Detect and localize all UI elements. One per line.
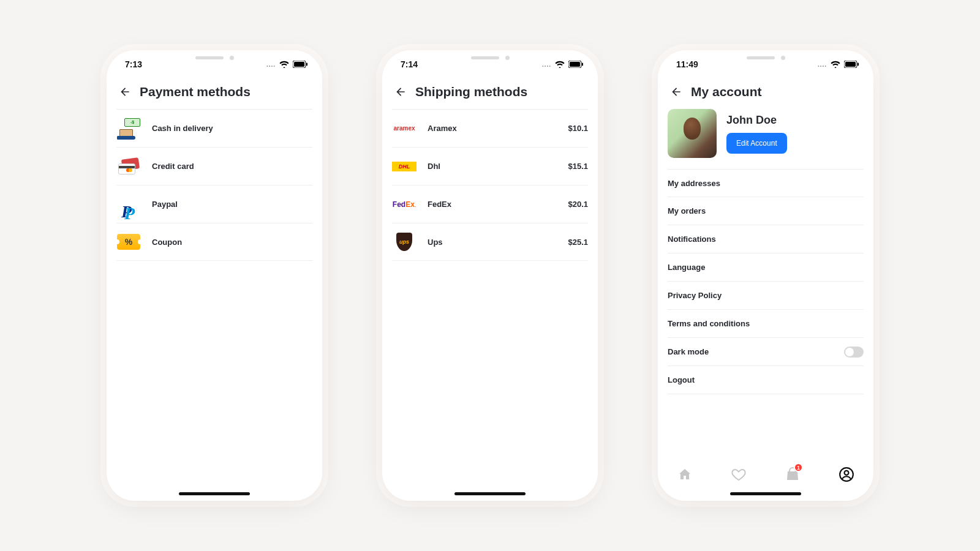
cellular-icon: .... [542, 61, 551, 68]
settings-row-logout[interactable]: Logout [668, 366, 864, 394]
dhl-logo-icon: DHL [392, 154, 417, 179]
page-header: Payment methods [107, 78, 322, 109]
battery-icon [844, 61, 859, 68]
aramex-logo-icon: aramex [392, 116, 417, 141]
profile-block: John Doe Edit Account [658, 105, 873, 169]
cash-on-delivery-icon: -$ [116, 116, 141, 141]
status-right: .... [818, 61, 859, 68]
shipping-row-ups[interactable]: ups Ups $25.1 [392, 223, 588, 261]
phone-notch [444, 50, 536, 65]
status-right: .... [266, 61, 307, 68]
settings-row-terms[interactable]: Terms and conditions [668, 310, 864, 338]
shipping-row-label: FedEx [428, 200, 557, 209]
payment-row-label: Coupon [152, 238, 312, 247]
page-title: Shipping methods [415, 84, 527, 99]
home-icon [677, 467, 692, 482]
status-time: 11:49 [676, 59, 698, 69]
fedex-logo-icon: FedEx. [392, 192, 417, 217]
account-icon [839, 467, 854, 482]
page-title: Payment methods [140, 84, 251, 99]
status-time: 7:14 [401, 59, 418, 69]
shipping-row-label: Aramex [428, 124, 557, 133]
phone-my-account: 11:49 .... My account John Doe Edit Acco… [658, 50, 873, 501]
settings-row-label: My orders [668, 206, 706, 216]
payment-row-label: Cash in delivery [152, 124, 312, 133]
battery-icon [293, 61, 307, 68]
shipping-row-price: $25.1 [568, 238, 588, 247]
nav-cart[interactable]: 1 [783, 465, 802, 484]
shipping-method-list: aramex Aramex $10.1 DHL Dhl $15.1 FedEx.… [382, 109, 598, 261]
edit-account-button[interactable]: Edit Account [726, 133, 787, 154]
page-title: My account [691, 84, 762, 99]
coupon-icon: % [116, 230, 141, 254]
cellular-icon: .... [818, 61, 827, 68]
settings-row-notifications[interactable]: Notifications [668, 225, 864, 253]
page-header: My account [658, 78, 873, 105]
svg-rect-8 [858, 63, 859, 66]
svg-rect-1 [294, 62, 304, 67]
settings-row-language[interactable]: Language [668, 253, 864, 282]
back-arrow-icon[interactable] [119, 86, 131, 98]
heart-icon [731, 467, 746, 482]
phone-payment-methods: 7:13 .... Payment methods -$ Cash in del… [107, 50, 322, 501]
wifi-icon [555, 61, 565, 68]
payment-row-label: Credit card [152, 162, 312, 171]
payment-row-paypal[interactable]: PP Paypal [116, 185, 312, 223]
paypal-icon: PP [116, 192, 141, 217]
home-indicator[interactable] [454, 492, 526, 495]
settings-row-label: Terms and conditions [668, 319, 750, 328]
svg-rect-5 [582, 63, 583, 66]
nav-account[interactable] [837, 465, 856, 484]
account-settings-list: My addresses My orders Notifications Lan… [658, 169, 873, 394]
avatar[interactable] [668, 109, 717, 158]
settings-row-my-addresses[interactable]: My addresses [668, 169, 864, 197]
wifi-icon [279, 61, 289, 68]
shipping-row-price: $20.1 [568, 200, 588, 209]
phone-notch [720, 50, 812, 65]
dark-mode-toggle[interactable] [844, 347, 864, 358]
svg-rect-2 [306, 63, 307, 66]
status-time: 7:13 [125, 59, 142, 69]
shipping-row-price: $10.1 [568, 124, 588, 133]
phone-notch [168, 50, 260, 65]
phone-shipping-methods: 7:14 .... Shipping methods aramex Aramex… [382, 50, 598, 501]
settings-row-dark-mode: Dark mode [668, 338, 864, 366]
payment-method-list: -$ Cash in delivery Credit card PP Paypa… [107, 109, 322, 261]
settings-row-privacy-policy[interactable]: Privacy Policy [668, 282, 864, 310]
ups-logo-icon: ups [392, 230, 417, 254]
cellular-icon: .... [266, 61, 276, 68]
svg-point-10 [845, 471, 849, 475]
shipping-row-label: Ups [428, 238, 557, 247]
svg-rect-7 [845, 62, 856, 67]
home-indicator[interactable] [179, 492, 250, 495]
profile-name: John Doe [726, 114, 787, 127]
settings-row-my-orders[interactable]: My orders [668, 197, 864, 225]
nav-home[interactable] [676, 465, 694, 484]
back-arrow-icon[interactable] [394, 86, 407, 98]
shipping-row-price: $15.1 [568, 162, 588, 171]
wifi-icon [831, 61, 840, 68]
back-arrow-icon[interactable] [670, 86, 682, 98]
payment-row-cash-on-delivery[interactable]: -$ Cash in delivery [116, 109, 312, 147]
shipping-row-aramex[interactable]: aramex Aramex $10.1 [392, 109, 588, 147]
payment-row-label: Paypal [152, 200, 312, 209]
credit-card-icon [116, 154, 141, 179]
cart-badge: 1 [794, 463, 803, 472]
settings-row-label: Language [668, 263, 705, 272]
settings-row-label: Dark mode [668, 347, 709, 356]
settings-row-label: Logout [668, 375, 695, 384]
shipping-row-dhl[interactable]: DHL Dhl $15.1 [392, 147, 588, 185]
shipping-row-label: Dhl [428, 162, 557, 171]
payment-row-credit-card[interactable]: Credit card [116, 147, 312, 185]
home-indicator[interactable] [730, 492, 801, 495]
nav-favorites[interactable] [729, 465, 748, 484]
page-header: Shipping methods [382, 78, 598, 109]
settings-row-label: Notifications [668, 234, 716, 244]
settings-row-label: Privacy Policy [668, 291, 722, 300]
profile-info: John Doe Edit Account [726, 114, 787, 154]
shipping-row-fedex[interactable]: FedEx. FedEx $20.1 [392, 185, 588, 223]
status-right: .... [542, 61, 583, 68]
payment-row-coupon[interactable]: % Coupon [116, 223, 312, 261]
battery-icon [568, 61, 583, 68]
settings-row-label: My addresses [668, 179, 720, 188]
